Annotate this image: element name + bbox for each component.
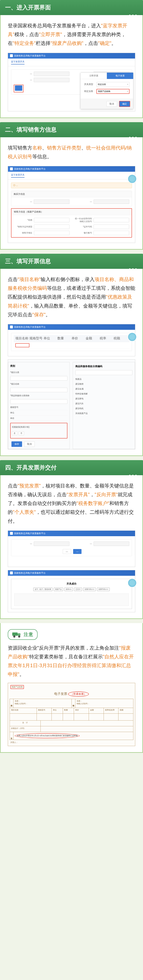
input-seller-bank[interactable] <box>93 231 129 235</box>
assistant-avatar-icon[interactable] <box>128 578 137 587</box>
invoice-sample: 报废产品收购 电子发票 （普通发票） 购买方 名称： 纳税人识别号： 销售方 名… <box>8 683 135 746</box>
input-item-name-highlighted[interactable] <box>15 343 29 347</box>
section-1-desc: 登录国家税务总局电子发票服务平台，进入"蓝字发票开具"模块，点击"立即开票"，选… <box>8 21 135 48</box>
badge: 蓝字（电子）普通发票 <box>33 588 53 591</box>
th-amount: 金额 <box>85 336 100 340</box>
popup-invoice-type: 立即开票 电子发票 开具类型 特定业务▾ 特定业务 报废产品收购▾ <box>80 72 133 109</box>
inv-th: 税率/征收率 <box>104 708 119 713</box>
badge: 报废产品 <box>54 588 63 591</box>
tree-item[interactable]: 其他报废产品 <box>76 411 133 416</box>
popup-cancel-button[interactable]: 取消 <box>106 101 117 107</box>
th-unit: 单位 <box>43 336 58 340</box>
inv-th: 数量 <box>63 708 74 713</box>
form-section-buyer: 购买方信息 <box>11 191 132 197</box>
cat-field-category: *项目分类 <box>10 370 67 375</box>
popup-tab-immediate[interactable]: 立即开票 <box>80 73 107 79</box>
tree-item[interactable]: 特种设备拆解 <box>76 391 133 396</box>
tree-item[interactable]: 废旧金属 <box>76 387 133 391</box>
ss-breadcrumb: 蓝字发票开具 <box>8 59 135 66</box>
platform-logo-icon <box>10 326 13 328</box>
invoice-total-label: 合 计 <box>10 721 41 726</box>
inv-th: 规格型号 <box>37 708 52 713</box>
invoice-tag-topleft: 报废产品收购 <box>10 685 24 689</box>
preferential-policy-highlighted: 优惠政策(简易计税) 是 否 <box>10 423 67 439</box>
assistant-avatar-icon[interactable] <box>128 174 137 183</box>
svg-point-3 <box>14 636 15 637</box>
note-section: 注意 资源回收企业"反向开票"开具的发票，左上角会加注"报废产品收购"特定要素类… <box>0 623 143 753</box>
category-tree-right: 商品和服务税收分类编码 报废品 废旧物资 废旧金属 特种设备拆解 废旧家电 废旧… <box>73 362 135 449</box>
chevron-down-icon: ▾ <box>127 90 128 92</box>
screenshot-3b: 类别 *项目分类 *项目名称 *商品和服务分类简称 规格型号 单位 单价 优惠政… <box>8 360 135 449</box>
screenshot-4a: 国家税务总局电子发票服务平台 — — — — <box>8 530 135 567</box>
platform-logo-icon <box>10 54 13 57</box>
radio-no[interactable]: 否 <box>19 431 24 435</box>
success-preview: 开具成功 蓝字（电子）普通发票 报废产品 税率6% 已交付 发票代码XXX 发票… <box>11 579 132 609</box>
cancel-button[interactable]: 取消 <box>24 441 35 447</box>
input-seller-idno[interactable] <box>93 224 129 229</box>
chevron-down-icon: ▾ <box>127 83 128 85</box>
invoice-seller-tax: 纳税人识别号： <box>77 702 132 705</box>
note-tag: 注意 <box>8 629 38 640</box>
label-seller-addr: 销售方地址 <box>14 231 32 234</box>
popup-select-special[interactable]: 报废产品收购▾ <box>96 89 130 94</box>
breadcrumb-module[interactable]: 蓝字发票开具 <box>11 173 24 178</box>
input-project-category[interactable] <box>10 376 67 380</box>
input-seller-addr[interactable] <box>34 231 69 235</box>
section-4-header: 四、开具发票并交付 <box>0 460 143 475</box>
tree-item[interactable]: 废旧汽车 <box>76 401 133 406</box>
invoice-buyer-name: 名称： <box>15 700 70 702</box>
radio-yes[interactable]: 是 <box>12 431 18 435</box>
badge: 已交付 <box>74 588 82 591</box>
breadcrumb-module[interactable]: 蓝字发票开具 <box>11 60 24 64</box>
invoice-seller-name: 名称： <box>77 700 132 702</box>
input-shortname[interactable] <box>10 399 67 404</box>
input-seller-taxid[interactable] <box>93 218 129 222</box>
section-3-header: 三、填写开票信息 <box>0 254 143 269</box>
ss-platform-header: 国家税务总局电子发票服务平台 <box>8 166 135 172</box>
ss-platform-header: 国家税务总局电子发票服务平台 <box>8 53 135 59</box>
input-project-name[interactable] <box>10 388 67 392</box>
label-seller-idno: *证件号码 <box>74 225 92 228</box>
svg-point-5 <box>19 636 19 637</box>
form-section-seller-title: 销售方信息（报废产品收购） <box>11 208 132 215</box>
assistant-avatar-icon[interactable] <box>128 332 137 341</box>
platform-logo-icon <box>10 167 13 170</box>
cat-field-price: 单价 <box>10 416 67 421</box>
section-2-desc: 填写销售方名称、销售方证件类型、统一社会信用代码/纳税人识别号等信息。 <box>8 143 135 161</box>
label-seller-idtype: *销售方证件类型 <box>14 225 32 228</box>
popup-select-type[interactable]: 特定业务▾ <box>96 82 130 87</box>
input-seller-name[interactable] <box>34 218 69 222</box>
popup-confirm-button[interactable]: 确定 <box>119 101 130 107</box>
cat-field-name: *项目名称 <box>10 382 67 387</box>
label-seller-taxid: 统一社会信用代码/纳税人识别号 <box>74 217 92 223</box>
input-category-search[interactable] <box>76 370 133 375</box>
issue-invoice-button[interactable]: — <box>73 549 82 554</box>
screenshot-3a: 国家税务总局电子发票服务平台 项目名称 规格型号 单位 数量 单价 金额 税率 … <box>8 324 135 356</box>
tree-item[interactable]: 废旧家电 <box>76 396 133 401</box>
invoice-buyer-tax: 纳税人识别号： <box>15 702 70 705</box>
badge: 税率6% <box>64 588 73 591</box>
popup-tab-electronic[interactable]: 电子发票 <box>107 73 133 79</box>
inv-th: 单位 <box>52 708 63 713</box>
th-item-name: 项目名称 <box>15 336 29 340</box>
save-button[interactable]: 保存 <box>11 441 22 447</box>
tree-item[interactable]: 废旧电机 <box>76 406 133 411</box>
tree-item[interactable]: 废旧物资 <box>76 382 133 387</box>
label-preferential: 优惠政策(简易计税) <box>12 425 66 430</box>
th-qty: 数量 <box>58 336 72 340</box>
invoice-seller-label: 销售方 <box>72 699 76 708</box>
tree-item[interactable]: 报废品 <box>76 377 133 382</box>
inv-th: 金额 <box>89 708 104 713</box>
cat-left-title: 类别 <box>10 364 67 368</box>
badge: 发票代码XXX <box>83 588 96 591</box>
highlight-box-invoice-btn <box>14 84 24 92</box>
invoice-buyer-label: 购买方 <box>10 699 13 708</box>
screenshot-2: 国家税务总局电子发票服务平台 蓝字发票开具 ⓘ … 购买方信息 — — 销售方信… <box>8 166 135 243</box>
popup-label-type: 开具类型 <box>84 83 96 86</box>
input-seller-idtype[interactable] <box>34 224 69 229</box>
th-tax: 税额 <box>114 336 128 340</box>
badge: 发票号码XXX <box>97 588 110 591</box>
svg-rect-1 <box>18 633 21 636</box>
invoice-capital-label: 价税合计（大写） <box>10 726 41 732</box>
preview-invoice-button[interactable]: — <box>63 549 71 554</box>
